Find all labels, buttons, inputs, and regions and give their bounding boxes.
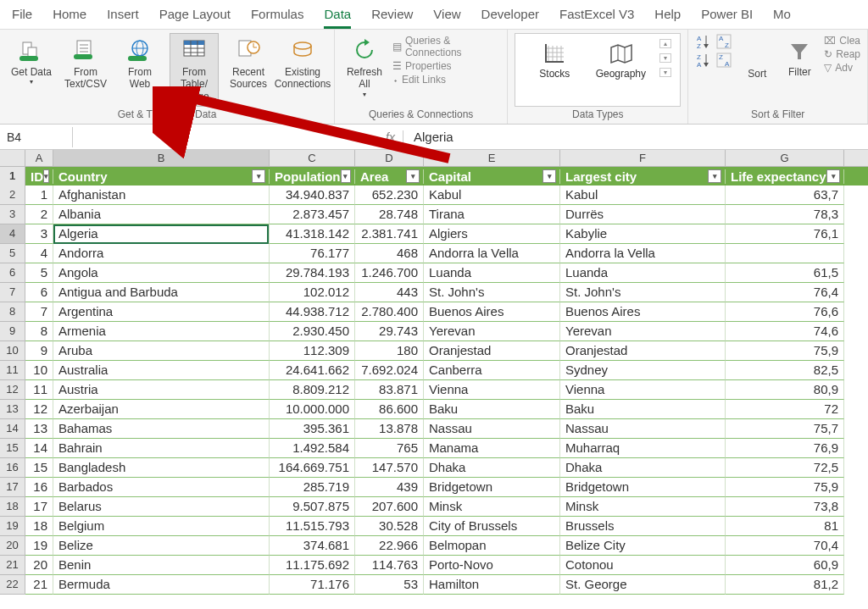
- cell-id[interactable]: 6: [25, 283, 53, 302]
- cell-area[interactable]: 29.743: [355, 322, 424, 341]
- cell-population[interactable]: 76.177: [270, 244, 355, 263]
- cell-country[interactable]: Albania: [53, 205, 270, 224]
- properties-button[interactable]: ☰Properties: [392, 60, 500, 72]
- filter-button-life[interactable]: ▾: [826, 169, 840, 183]
- cell-id[interactable]: 9: [25, 341, 53, 361]
- row-header[interactable]: 18: [0, 497, 25, 517]
- existing-conn-button[interactable]: Existing Connections: [278, 33, 327, 95]
- cell-country[interactable]: Bermuda: [53, 575, 270, 595]
- cell-country[interactable]: Australia: [53, 361, 270, 380]
- cell-population[interactable]: 2.930.450: [270, 322, 355, 341]
- cell-largest-city[interactable]: Baku: [560, 400, 726, 419]
- cell-country[interactable]: Andorra: [53, 244, 270, 263]
- cell-area[interactable]: 147.570: [355, 458, 424, 478]
- cell-area[interactable]: 53: [355, 575, 424, 595]
- col-header-E[interactable]: E: [424, 150, 560, 166]
- gallery-more-icon[interactable]: ▾: [659, 68, 671, 77]
- cell-largest-city[interactable]: Dhaka: [560, 458, 726, 478]
- cell-id[interactable]: 8: [25, 322, 53, 341]
- cell-capital[interactable]: Vienna: [424, 380, 560, 400]
- col-header-A[interactable]: A: [25, 150, 53, 166]
- cell-id[interactable]: 3: [25, 224, 53, 244]
- row-header[interactable]: 10: [0, 341, 25, 361]
- cell-id[interactable]: 14: [25, 439, 53, 458]
- sort-desc-icon[interactable]: ZA: [695, 52, 712, 69]
- cell-country[interactable]: Afghanistan: [53, 185, 270, 205]
- from-table-range-button[interactable]: From Table/ Range: [170, 33, 219, 107]
- row-header-1[interactable]: 1: [0, 167, 25, 186]
- cell-country[interactable]: Antigua and Barbuda: [53, 283, 270, 302]
- sort-az-icon[interactable]: AZ: [715, 33, 732, 50]
- filter-button-cap[interactable]: ▾: [542, 169, 556, 183]
- reapply-button[interactable]: ↻Reap: [824, 48, 860, 60]
- cell-capital[interactable]: Tirana: [424, 205, 560, 224]
- cell-life-expectancy[interactable]: 76,9: [726, 439, 844, 458]
- cell-area[interactable]: 86.600: [355, 400, 424, 419]
- cell-capital[interactable]: Luanda: [424, 263, 560, 283]
- cell-capital[interactable]: City of Brussels: [424, 517, 560, 536]
- cell-largest-city[interactable]: St. George: [560, 575, 726, 595]
- cell-country[interactable]: Bahamas: [53, 419, 270, 439]
- cell-area[interactable]: 1.246.700: [355, 263, 424, 283]
- cell-population[interactable]: 285.719: [270, 478, 355, 497]
- th-lcity[interactable]: Largest city▾: [560, 169, 726, 184]
- cell-largest-city[interactable]: Muharraq: [560, 439, 726, 458]
- cell-capital[interactable]: Canberra: [424, 361, 560, 380]
- row-header[interactable]: 20: [0, 536, 25, 556]
- cell-largest-city[interactable]: Cotonou: [560, 556, 726, 575]
- cell-life-expectancy[interactable]: 72,5: [726, 458, 844, 478]
- cell-area[interactable]: 207.600: [355, 497, 424, 517]
- col-header-F[interactable]: F: [560, 150, 726, 166]
- row-header[interactable]: 16: [0, 458, 25, 478]
- gallery-down-icon[interactable]: ▾: [659, 53, 671, 63]
- cell-country[interactable]: Belgium: [53, 517, 270, 536]
- cell-largest-city[interactable]: Minsk: [560, 497, 726, 517]
- formula-input[interactable]: Algeria: [403, 126, 868, 147]
- tab-mo[interactable]: Mo: [773, 3, 791, 29]
- cell-id[interactable]: 16: [25, 478, 53, 497]
- cell-population[interactable]: 1.492.584: [270, 439, 355, 458]
- gallery-up-icon[interactable]: ▴: [659, 39, 671, 48]
- row-header[interactable]: 8: [0, 302, 25, 322]
- row-header[interactable]: 4: [0, 224, 25, 244]
- th-cap[interactable]: Capital▾: [424, 169, 560, 184]
- cell-largest-city[interactable]: St. John's: [560, 283, 726, 302]
- cell-country[interactable]: Barbados: [53, 478, 270, 497]
- row-header[interactable]: 2: [0, 185, 25, 205]
- cell-life-expectancy[interactable]: 61,5: [726, 263, 844, 283]
- cell-life-expectancy[interactable]: 75,9: [726, 341, 844, 361]
- cell-life-expectancy[interactable]: 75,7: [726, 419, 844, 439]
- cell-life-expectancy[interactable]: 74,6: [726, 322, 844, 341]
- cell-id[interactable]: 19: [25, 536, 53, 556]
- clear-button[interactable]: ⌧Clea: [824, 35, 860, 47]
- cell-population[interactable]: 11.175.692: [270, 556, 355, 575]
- edit-links-button[interactable]: ⬩Edit Links: [392, 74, 500, 86]
- tab-insert[interactable]: Insert: [107, 3, 139, 29]
- cell-capital[interactable]: Dhaka: [424, 458, 560, 478]
- cell-country[interactable]: Argentina: [53, 302, 270, 322]
- cell-country[interactable]: Belize: [53, 536, 270, 556]
- cell-id[interactable]: 11: [25, 380, 53, 400]
- tab-data[interactable]: Data: [324, 3, 351, 29]
- tab-help[interactable]: Help: [654, 3, 681, 29]
- cell-population[interactable]: 71.176: [270, 575, 355, 595]
- col-header-B[interactable]: B: [53, 150, 270, 166]
- cell-population[interactable]: 41.318.142: [270, 224, 355, 244]
- cell-life-expectancy[interactable]: 70,4: [726, 536, 844, 556]
- cell-country[interactable]: Azerbaijan: [53, 400, 270, 419]
- cell-capital[interactable]: Porto-Novo: [424, 556, 560, 575]
- tab-power-bi[interactable]: Power BI: [701, 3, 753, 29]
- th-area[interactable]: Area▾: [355, 169, 424, 184]
- row-header[interactable]: 3: [0, 205, 25, 224]
- cell-population[interactable]: 102.012: [270, 283, 355, 302]
- cell-population[interactable]: 29.784.193: [270, 263, 355, 283]
- cell-area[interactable]: 180: [355, 341, 424, 361]
- queries-connections-button[interactable]: ▤Queries & Connections: [392, 35, 500, 58]
- cell-life-expectancy[interactable]: 73,8: [726, 497, 844, 517]
- cell-population[interactable]: 2.873.457: [270, 205, 355, 224]
- cell-area[interactable]: 114.763: [355, 556, 424, 575]
- row-header[interactable]: 22: [0, 575, 25, 595]
- col-header-C[interactable]: C: [270, 150, 355, 166]
- recent-sources-button[interactable]: Recent Sources: [224, 33, 273, 95]
- sort-button[interactable]: Sort: [739, 33, 775, 84]
